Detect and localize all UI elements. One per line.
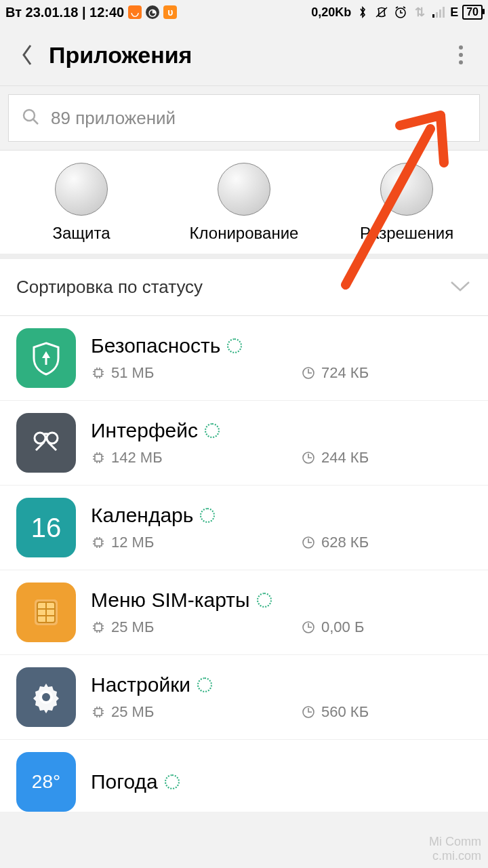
back-button[interactable] [11,39,43,71]
status-app-icon-2: ◔ [146,5,159,19]
svg-rect-18 [95,539,102,546]
sim-app-icon [16,583,76,642]
more-button[interactable] [445,39,477,71]
clock-icon [301,450,316,465]
app-item-security[interactable]: Безопасность 51 МБ 724 КБ [0,316,488,400]
category-row: Защита Клонирование Разрешения [0,151,488,259]
clock-icon [301,535,316,550]
svg-point-14 [35,433,45,443]
category-cloning[interactable]: Клонирование [163,163,325,243]
battery-icon: 70 [462,5,483,20]
category-permissions[interactable]: Разрешения [325,163,488,243]
app-name: Погода [91,770,158,793]
clock-icon [301,705,316,719]
running-indicator-icon [200,508,215,523]
running-indicator-icon [165,774,180,789]
app-item-calendar[interactable]: 16 Календарь 12 МБ 628 КБ [0,485,488,570]
app-item-settings[interactable]: Настройки 25 МБ 560 КБ [0,654,488,739]
settings-app-icon [16,667,76,727]
signal-icon [431,5,446,20]
status-data: 0,20Kb [311,5,351,20]
app-name: Настройки [91,673,190,696]
app-data: 244 КБ [321,449,369,467]
app-data: 560 КБ [321,703,369,721]
running-indicator-icon [205,423,220,438]
app-name: Безопасность [91,334,220,357]
sort-label: Сортировка по статусу [16,277,203,298]
svg-point-27 [42,693,50,701]
weather-app-icon: 28° [16,752,76,812]
app-data: 628 КБ [321,534,369,551]
search-box[interactable] [8,94,480,142]
running-indicator-icon [257,593,272,608]
app-storage: 25 МБ [111,703,154,721]
svg-rect-2 [432,14,434,18]
calendar-app-icon: 16 [16,498,76,557]
chip-icon [91,620,106,635]
updown-icon: ⇅ [412,5,427,20]
status-app-icon-1: ◡ [128,5,142,19]
running-indicator-icon [227,338,242,353]
app-item-sim[interactable]: Меню SIM-карты 25 МБ 0,00 Б [0,570,488,654]
chip-icon [91,450,106,465]
category-cloning-label: Клонирование [190,224,299,243]
vibrate-icon [374,5,389,20]
app-data: 0,00 Б [321,618,364,636]
running-indicator-icon [197,677,212,692]
svg-line-10 [33,119,38,124]
clock-icon [301,366,316,380]
svg-rect-4 [439,9,441,18]
search-input[interactable] [51,108,467,129]
clock-icon [301,620,316,635]
app-storage: 12 МБ [111,534,154,551]
category-permissions-icon [380,163,433,216]
chip-icon [91,366,106,380]
status-app-icon-3: υ [163,5,177,19]
header: Приложения [0,24,488,85]
svg-point-8 [459,60,463,64]
svg-rect-16 [95,454,102,461]
svg-point-6 [459,45,463,50]
app-storage: 142 МБ [111,449,163,467]
chip-icon [91,535,106,550]
category-permissions-label: Разрешения [360,224,453,243]
svg-rect-28 [95,709,102,715]
search-container [0,85,488,151]
network-type: E [450,5,458,20]
bluetooth-icon [355,5,370,20]
page-title: Приложения [49,42,445,68]
app-data: 724 КБ [321,364,369,382]
category-protection[interactable]: Защита [0,163,163,243]
app-name: Меню SIM-карты [91,589,250,612]
alarm-icon [393,5,408,20]
svg-point-9 [24,110,35,121]
svg-rect-12 [95,370,102,376]
search-icon [21,107,40,129]
app-storage: 51 МБ [111,364,154,382]
status-bar: Вт 23.01.18 | 12:40 ◡ ◔ υ 0,20Kb ⇅ E 70 [0,0,488,24]
svg-rect-5 [443,7,445,18]
chip-icon [91,705,106,719]
sort-row[interactable]: Сортировка по статусу [0,259,488,316]
svg-rect-25 [95,624,102,631]
app-list: Безопасность 51 МБ 724 КБ Интерфейс 142 … [0,316,488,812]
app-name: Интерфейс [91,419,198,442]
chevron-down-icon [449,279,472,296]
status-datetime: Вт 23.01.18 | 12:40 [5,5,124,20]
app-item-interface[interactable]: Интерфейс 142 МБ 244 КБ [0,400,488,485]
category-cloning-icon [218,163,270,216]
interface-app-icon [16,413,76,473]
app-storage: 25 МБ [111,618,154,636]
svg-point-15 [47,433,58,443]
category-protection-label: Защита [52,224,110,243]
svg-point-7 [459,53,463,57]
category-protection-icon [55,163,108,216]
svg-rect-3 [436,12,438,18]
app-name: Календарь [91,504,193,527]
security-app-icon [16,328,76,388]
watermark: Mi Comm c.mi.com [429,835,481,864]
app-item-weather[interactable]: 28° Погода [0,739,488,812]
